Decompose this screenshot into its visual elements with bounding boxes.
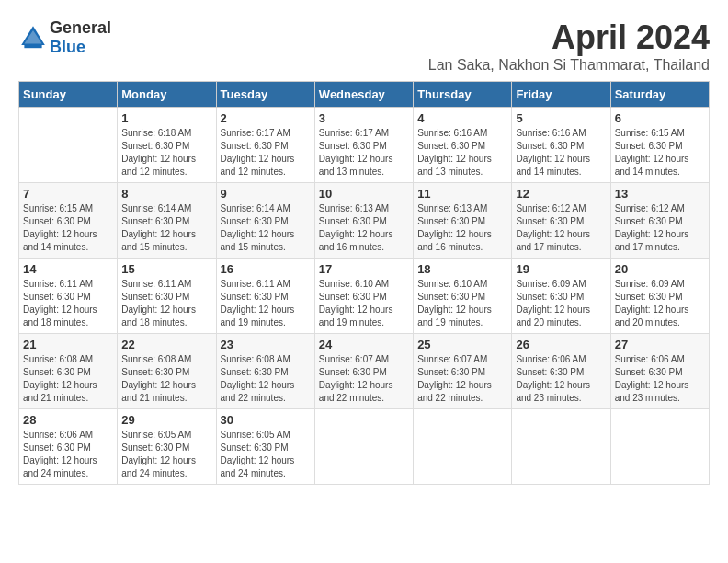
- logo-icon: [18, 23, 48, 52]
- page-header: General Blue April 2024 Lan Saka, Nakhon…: [18, 18, 710, 74]
- calendar-cell: 22Sunrise: 6:08 AM Sunset: 6:30 PM Dayli…: [118, 334, 216, 409]
- calendar-cell: 23Sunrise: 6:08 AM Sunset: 6:30 PM Dayli…: [216, 334, 314, 409]
- day-info: Sunrise: 6:09 AM Sunset: 6:30 PM Dayligh…: [516, 278, 606, 329]
- weekday-header-saturday: Saturday: [610, 82, 709, 108]
- day-info: Sunrise: 6:13 AM Sunset: 6:30 PM Dayligh…: [417, 202, 507, 254]
- weekday-header-monday: Monday: [118, 82, 216, 108]
- day-info: Sunrise: 6:15 AM Sunset: 6:30 PM Dayligh…: [23, 202, 113, 254]
- day-info: Sunrise: 6:16 AM Sunset: 6:30 PM Dayligh…: [516, 127, 606, 178]
- day-number: 29: [121, 413, 211, 427]
- calendar-week-1: 1Sunrise: 6:18 AM Sunset: 6:30 PM Daylig…: [19, 108, 710, 183]
- day-number: 1: [121, 111, 211, 125]
- day-info: Sunrise: 6:06 AM Sunset: 6:30 PM Dayligh…: [516, 353, 606, 405]
- weekday-header-wednesday: Wednesday: [314, 82, 413, 108]
- day-info: Sunrise: 6:14 AM Sunset: 6:30 PM Dayligh…: [221, 202, 311, 254]
- day-number: 22: [121, 338, 211, 351]
- calendar-cell: 24Sunrise: 6:07 AM Sunset: 6:30 PM Dayli…: [314, 334, 413, 409]
- calendar-cell: 2Sunrise: 6:17 AM Sunset: 6:30 PM Daylig…: [216, 108, 314, 183]
- day-number: 9: [221, 187, 311, 201]
- day-number: 3: [319, 111, 409, 125]
- calendar-cell: 4Sunrise: 6:16 AM Sunset: 6:30 PM Daylig…: [414, 108, 512, 183]
- logo: General Blue: [18, 18, 111, 57]
- day-number: 21: [23, 338, 113, 351]
- calendar-week-5: 28Sunrise: 6:06 AM Sunset: 6:30 PM Dayli…: [19, 409, 710, 485]
- calendar-cell: 29Sunrise: 6:05 AM Sunset: 6:30 PM Dayli…: [118, 409, 216, 485]
- day-info: Sunrise: 6:08 AM Sunset: 6:30 PM Dayligh…: [121, 353, 211, 405]
- day-number: 19: [516, 262, 606, 276]
- calendar-cell: [610, 409, 709, 485]
- day-info: Sunrise: 6:11 AM Sunset: 6:30 PM Dayligh…: [121, 278, 211, 329]
- svg-rect-2: [24, 45, 41, 48]
- calendar-cell: 3Sunrise: 6:17 AM Sunset: 6:30 PM Daylig…: [314, 108, 413, 183]
- weekday-header-thursday: Thursday: [414, 82, 512, 108]
- day-info: Sunrise: 6:08 AM Sunset: 6:30 PM Dayligh…: [221, 353, 311, 405]
- calendar-cell: 18Sunrise: 6:10 AM Sunset: 6:30 PM Dayli…: [414, 259, 512, 334]
- day-number: 27: [615, 338, 705, 351]
- logo-blue: Blue: [50, 38, 85, 56]
- weekday-header-tuesday: Tuesday: [216, 82, 314, 108]
- weekday-header-sunday: Sunday: [19, 82, 118, 108]
- day-info: Sunrise: 6:15 AM Sunset: 6:30 PM Dayligh…: [615, 127, 705, 178]
- calendar-cell: 6Sunrise: 6:15 AM Sunset: 6:30 PM Daylig…: [610, 108, 709, 183]
- day-number: 12: [516, 187, 606, 201]
- calendar-cell: 13Sunrise: 6:12 AM Sunset: 6:30 PM Dayli…: [610, 183, 709, 259]
- calendar-cell: [314, 409, 413, 485]
- calendar-cell: 28Sunrise: 6:06 AM Sunset: 6:30 PM Dayli…: [19, 409, 118, 485]
- calendar-cell: 21Sunrise: 6:08 AM Sunset: 6:30 PM Dayli…: [19, 334, 118, 409]
- day-info: Sunrise: 6:11 AM Sunset: 6:30 PM Dayligh…: [221, 278, 311, 329]
- logo-general: General: [50, 18, 111, 37]
- calendar-week-2: 7Sunrise: 6:15 AM Sunset: 6:30 PM Daylig…: [19, 183, 710, 259]
- day-number: 15: [121, 262, 211, 276]
- day-number: 11: [417, 187, 507, 201]
- weekday-header-friday: Friday: [512, 82, 610, 108]
- day-info: Sunrise: 6:18 AM Sunset: 6:30 PM Dayligh…: [121, 127, 211, 178]
- location-title: Lan Saka, Nakhon Si Thammarat, Thailand: [428, 57, 710, 74]
- day-info: Sunrise: 6:10 AM Sunset: 6:30 PM Dayligh…: [319, 278, 409, 329]
- day-number: 8: [121, 187, 211, 201]
- day-info: Sunrise: 6:14 AM Sunset: 6:30 PM Dayligh…: [121, 202, 211, 254]
- day-info: Sunrise: 6:09 AM Sunset: 6:30 PM Dayligh…: [615, 278, 705, 329]
- day-info: Sunrise: 6:12 AM Sunset: 6:30 PM Dayligh…: [615, 202, 705, 254]
- day-number: 24: [319, 338, 409, 351]
- calendar-cell: 16Sunrise: 6:11 AM Sunset: 6:30 PM Dayli…: [216, 259, 314, 334]
- day-info: Sunrise: 6:12 AM Sunset: 6:30 PM Dayligh…: [516, 202, 606, 254]
- day-number: 26: [516, 338, 606, 351]
- day-number: 4: [417, 111, 507, 125]
- calendar-cell: 10Sunrise: 6:13 AM Sunset: 6:30 PM Dayli…: [314, 183, 413, 259]
- calendar-cell: 30Sunrise: 6:05 AM Sunset: 6:30 PM Dayli…: [216, 409, 314, 485]
- day-info: Sunrise: 6:06 AM Sunset: 6:30 PM Dayligh…: [23, 429, 113, 480]
- calendar-cell: 9Sunrise: 6:14 AM Sunset: 6:30 PM Daylig…: [216, 183, 314, 259]
- calendar-cell: 15Sunrise: 6:11 AM Sunset: 6:30 PM Dayli…: [118, 259, 216, 334]
- weekday-header-row: SundayMondayTuesdayWednesdayThursdayFrid…: [19, 82, 710, 108]
- calendar-cell: 7Sunrise: 6:15 AM Sunset: 6:30 PM Daylig…: [19, 183, 118, 259]
- day-number: 20: [615, 262, 705, 276]
- day-number: 30: [221, 413, 311, 427]
- calendar-cell: 11Sunrise: 6:13 AM Sunset: 6:30 PM Dayli…: [414, 183, 512, 259]
- day-info: Sunrise: 6:10 AM Sunset: 6:30 PM Dayligh…: [417, 278, 507, 329]
- day-number: 25: [417, 338, 507, 351]
- calendar-week-4: 21Sunrise: 6:08 AM Sunset: 6:30 PM Dayli…: [19, 334, 710, 409]
- calendar-cell: 27Sunrise: 6:06 AM Sunset: 6:30 PM Dayli…: [610, 334, 709, 409]
- calendar-cell: [414, 409, 512, 485]
- day-number: 28: [23, 413, 113, 427]
- day-info: Sunrise: 6:08 AM Sunset: 6:30 PM Dayligh…: [23, 353, 113, 405]
- day-number: 5: [516, 111, 606, 125]
- calendar-cell: 8Sunrise: 6:14 AM Sunset: 6:30 PM Daylig…: [118, 183, 216, 259]
- calendar-cell: 12Sunrise: 6:12 AM Sunset: 6:30 PM Dayli…: [512, 183, 610, 259]
- calendar-cell: [19, 108, 118, 183]
- day-info: Sunrise: 6:05 AM Sunset: 6:30 PM Dayligh…: [221, 429, 311, 480]
- day-number: 14: [23, 262, 113, 276]
- day-info: Sunrise: 6:05 AM Sunset: 6:30 PM Dayligh…: [121, 429, 211, 480]
- day-number: 7: [23, 187, 113, 201]
- day-info: Sunrise: 6:17 AM Sunset: 6:30 PM Dayligh…: [221, 127, 311, 178]
- calendar-cell: 19Sunrise: 6:09 AM Sunset: 6:30 PM Dayli…: [512, 259, 610, 334]
- calendar-cell: 17Sunrise: 6:10 AM Sunset: 6:30 PM Dayli…: [314, 259, 413, 334]
- day-info: Sunrise: 6:13 AM Sunset: 6:30 PM Dayligh…: [319, 202, 409, 254]
- calendar-week-3: 14Sunrise: 6:11 AM Sunset: 6:30 PM Dayli…: [19, 259, 710, 334]
- day-info: Sunrise: 6:16 AM Sunset: 6:30 PM Dayligh…: [417, 127, 507, 178]
- title-area: April 2024 Lan Saka, Nakhon Si Thammarat…: [428, 18, 710, 74]
- day-info: Sunrise: 6:06 AM Sunset: 6:30 PM Dayligh…: [615, 353, 705, 405]
- day-info: Sunrise: 6:17 AM Sunset: 6:30 PM Dayligh…: [319, 127, 409, 178]
- day-info: Sunrise: 6:07 AM Sunset: 6:30 PM Dayligh…: [319, 353, 409, 405]
- calendar-cell: 26Sunrise: 6:06 AM Sunset: 6:30 PM Dayli…: [512, 334, 610, 409]
